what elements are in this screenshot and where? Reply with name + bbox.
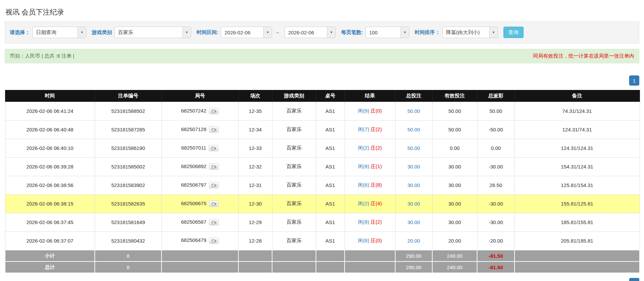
video-icon (211, 202, 216, 206)
column-header: 结果 (345, 90, 395, 102)
caret-down-icon[interactable]: ▼ (263, 27, 272, 38)
summary-total-bet: 290.00 (395, 250, 432, 261)
summary-row-label: 总计 (5, 261, 95, 273)
game-type-value: 百家乐 (115, 27, 182, 38)
date-range-separator: ~ (276, 30, 279, 35)
summary-payout: -81.50 (477, 261, 515, 273)
table-row: 2026-02-06 06:40:48523181587285682507128… (5, 120, 640, 139)
total-bet-link[interactable]: 30.00 (407, 219, 420, 225)
cell-result: 闲(8) 庄(2) (345, 213, 395, 231)
video-icon (211, 128, 216, 132)
video-replay-button[interactable] (209, 182, 219, 188)
cell-session: 12-28 (238, 231, 272, 250)
video-replay-button[interactable] (209, 200, 219, 207)
result-player: 闲(6) (358, 182, 369, 188)
caret-down-icon[interactable]: ▼ (401, 27, 409, 38)
cell-remark: 185.81/155.81 (515, 213, 640, 231)
cell-time: 2026-02-06 06:37:45 (5, 213, 95, 231)
summary-empty-remark (515, 261, 640, 273)
cell-result: 闲(7) 庄(2) (345, 120, 395, 139)
cell-round: 682506797 (162, 176, 238, 194)
result-banker: 庄(0) (371, 108, 382, 114)
column-header: 场次 (238, 90, 272, 102)
cell-bet-id: 523181581649 (95, 213, 162, 231)
cell-bet-id: 523181583902 (95, 176, 162, 194)
cell-bet-id: 523181587285 (95, 120, 162, 139)
total-bet-link[interactable]: 50.00 (407, 108, 420, 114)
result-banker: 庄(1) (371, 163, 382, 169)
round-number: 682506892 (181, 163, 206, 169)
summary-total-bet: 290.00 (395, 261, 432, 273)
time-sort-label: 时间排序： (415, 29, 440, 36)
time-sort-dropdown[interactable]: 降冪(由大到小) ▼ (442, 27, 498, 38)
date-from-dropdown[interactable]: 2026-02-06 ▼ (221, 27, 272, 38)
cell-game-type: 百家乐 (272, 213, 316, 231)
cell-game-type: 百家乐 (272, 194, 316, 213)
page-title: 视讯 会员下注纪录 (5, 0, 639, 21)
total-bet-link[interactable]: 50.00 (407, 127, 420, 132)
page-size-label: 每页笔数: (341, 29, 363, 36)
total-bet-link[interactable]: 20.00 (407, 238, 420, 244)
result-banker: 庄(8) (371, 182, 382, 188)
cell-total-bet: 50.00 (395, 120, 432, 139)
total-bet-link[interactable]: 30.00 (407, 201, 420, 207)
cell-result: 闲(6) 庄(0) (345, 231, 395, 250)
cell-table-no: AS1 (316, 102, 345, 120)
cell-payout: -30.00 (477, 194, 515, 213)
caret-down-icon[interactable]: ▼ (327, 27, 335, 38)
summary-count: 8 (95, 250, 162, 261)
summary-payout: -81.50 (477, 250, 515, 261)
summary-valid-bet: 240.00 (432, 261, 477, 273)
cell-session: 12-34 (238, 120, 272, 139)
caret-down-icon[interactable]: ▼ (78, 27, 86, 38)
cell-total-bet: 30.00 (395, 213, 432, 231)
game-type-dropdown[interactable]: 百家乐 ▼ (114, 27, 191, 38)
page-button-1-bottom[interactable]: 1 (629, 278, 639, 281)
result-banker: 庄(2) (371, 145, 382, 151)
search-button[interactable]: 查询 (503, 27, 524, 38)
video-icon (211, 220, 216, 225)
total-bet-link[interactable]: 30.00 (407, 182, 420, 188)
cell-time: 2026-02-06 06:40:10 (5, 139, 95, 157)
page-button-1[interactable]: 1 (629, 75, 639, 86)
cell-result: 闲(8) 庄(1) (345, 157, 395, 176)
round-number: 682507242 (181, 108, 206, 114)
cell-session: 12-31 (238, 176, 272, 194)
cell-remark: 74.31/124.31 (515, 102, 640, 120)
total-bet-link[interactable]: 30.00 (407, 164, 420, 169)
cell-payout: 50.00 (477, 102, 515, 120)
table-row: 2026-02-06 06:41:24523181588502682507242… (5, 102, 640, 120)
video-replay-button[interactable] (209, 108, 219, 114)
cell-time: 2026-02-06 06:41:24 (5, 102, 95, 120)
video-icon (211, 109, 216, 114)
date-mode-dropdown[interactable]: 日期查询 ▼ (32, 27, 86, 38)
cell-valid-bet: 50.00 (432, 102, 477, 120)
date-to-dropdown[interactable]: 2026-02-06 ▼ (285, 27, 336, 38)
video-replay-button[interactable] (209, 238, 219, 244)
cell-bet-id: 523181586190 (95, 139, 162, 157)
cell-remark: 155.81/125.81 (515, 194, 640, 213)
cell-payout: 28.50 (477, 176, 515, 194)
video-replay-button[interactable] (209, 163, 219, 170)
cell-bet-id: 523181585002 (95, 157, 162, 176)
page-size-dropdown[interactable]: 100 ▼ (365, 27, 409, 38)
column-header: 注单编号 (95, 90, 162, 102)
total-bet-link[interactable]: 50.00 (407, 145, 420, 151)
video-replay-button[interactable] (209, 145, 218, 151)
result-player: 闲(8) (358, 163, 369, 169)
caret-down-icon[interactable]: ▼ (182, 27, 191, 38)
table-row: 2026-02-06 06:38:15523181582635682506675… (5, 194, 640, 213)
result-banker: 庄(2) (371, 126, 382, 132)
cell-total-bet: 30.00 (395, 194, 432, 213)
caret-down-icon[interactable]: ▼ (489, 27, 498, 38)
cell-remark: 154.31/124.31 (515, 157, 640, 176)
summary-empty-table (316, 250, 345, 261)
result-player: 闲(2) (358, 200, 369, 206)
table-body: 2026-02-06 06:41:24523181588502682507242… (5, 102, 640, 250)
video-replay-button[interactable] (209, 219, 219, 225)
summary-empty-game (272, 250, 316, 261)
video-replay-button[interactable] (209, 126, 219, 133)
cell-valid-bet: 50.00 (432, 120, 477, 139)
cell-session: 12-29 (238, 213, 272, 231)
summary-bar: 币别：人民币 | 总共 :8 注单 | 同局有效投注，统一计算在该局第一张注单内 (5, 49, 639, 63)
